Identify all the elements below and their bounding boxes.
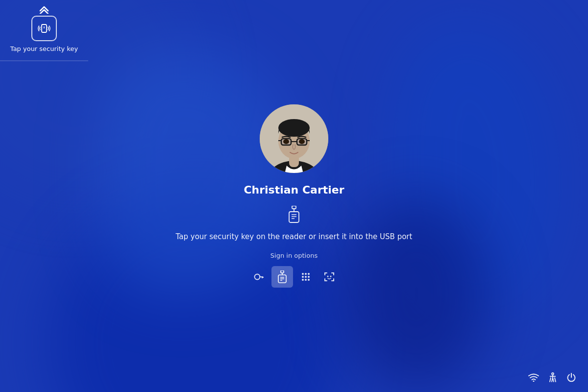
password-option-button[interactable] bbox=[248, 266, 270, 288]
sign-in-options-row bbox=[248, 266, 340, 288]
svg-point-36 bbox=[302, 279, 304, 281]
svg-point-35 bbox=[308, 276, 310, 278]
svg-point-42 bbox=[552, 373, 554, 375]
chevron-up-icon bbox=[38, 4, 50, 14]
svg-rect-24 bbox=[281, 270, 284, 273]
svg-point-37 bbox=[305, 279, 307, 281]
svg-point-32 bbox=[308, 273, 310, 275]
security-key-option-button[interactable] bbox=[271, 266, 293, 288]
svg-point-12 bbox=[283, 139, 289, 144]
face-option-button[interactable] bbox=[318, 266, 340, 288]
user-avatar bbox=[260, 104, 328, 173]
security-key-indicator: Tap your security key bbox=[0, 0, 88, 61]
power-icon[interactable] bbox=[566, 372, 576, 382]
svg-point-6 bbox=[278, 119, 310, 137]
svg-point-39 bbox=[327, 276, 329, 277]
user-name: Christian Cartier bbox=[244, 184, 344, 196]
security-key-box-icon bbox=[31, 16, 57, 41]
accessibility-icon[interactable] bbox=[548, 372, 558, 382]
svg-rect-16 bbox=[289, 212, 299, 222]
tap-security-key-label: Tap your security key bbox=[10, 45, 78, 52]
svg-point-13 bbox=[299, 139, 305, 144]
svg-point-20 bbox=[255, 274, 260, 280]
svg-rect-14 bbox=[292, 206, 296, 209]
svg-point-31 bbox=[305, 273, 307, 275]
svg-point-40 bbox=[330, 276, 332, 277]
system-icons bbox=[528, 372, 576, 382]
main-login-panel: Christian Cartier Tap your security key … bbox=[176, 104, 413, 288]
svg-point-33 bbox=[302, 276, 304, 278]
usb-key-prompt-icon bbox=[286, 206, 302, 223]
sign-in-options-label: Sign in options bbox=[270, 252, 318, 259]
svg-point-30 bbox=[302, 273, 304, 275]
svg-point-38 bbox=[308, 279, 310, 281]
wifi-icon[interactable] bbox=[528, 373, 539, 382]
pin-option-button[interactable] bbox=[295, 266, 317, 288]
instruction-text: Tap your security key on the reader or i… bbox=[176, 232, 413, 241]
svg-point-34 bbox=[305, 276, 307, 278]
svg-point-41 bbox=[533, 381, 535, 382]
